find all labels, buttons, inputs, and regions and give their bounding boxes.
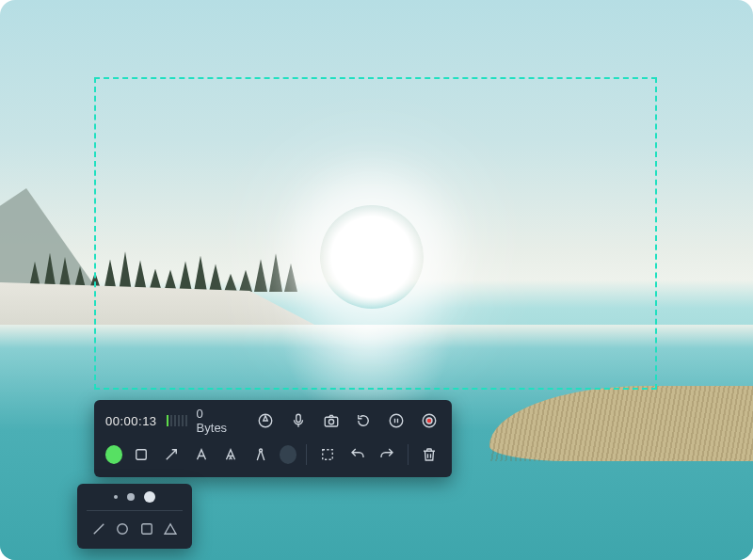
record-button[interactable] bbox=[417, 408, 441, 433]
svg-rect-1 bbox=[296, 414, 301, 422]
recording-toolbar: 00:00:13 0 Bytes bbox=[94, 400, 452, 477]
microphone-button[interactable] bbox=[287, 408, 311, 433]
svg-point-4 bbox=[390, 414, 403, 427]
text-tool[interactable] bbox=[190, 442, 213, 467]
stroke-size-option[interactable] bbox=[144, 491, 155, 503]
compass-tool[interactable] bbox=[249, 442, 272, 467]
snapshot-button[interactable] bbox=[319, 408, 343, 433]
redo-button[interactable] bbox=[376, 442, 399, 467]
audio-level-meter bbox=[167, 415, 187, 426]
svg-point-8 bbox=[426, 418, 432, 424]
screen-recorder-scene: 00:00:13 0 Bytes bbox=[0, 0, 753, 560]
svg-point-12 bbox=[118, 524, 128, 535]
toolbar-divider bbox=[408, 444, 409, 465]
stroke-size-option[interactable] bbox=[127, 493, 135, 501]
rectangle-tool[interactable] bbox=[130, 442, 152, 467]
svg-rect-2 bbox=[325, 417, 338, 426]
file-size-label: 0 Bytes bbox=[197, 407, 235, 435]
capture-region[interactable] bbox=[94, 77, 657, 390]
secondary-color-swatch[interactable] bbox=[280, 445, 296, 464]
square-shape[interactable] bbox=[136, 519, 157, 539]
trash-button[interactable] bbox=[418, 442, 441, 467]
stroke-size-option[interactable] bbox=[114, 495, 118, 499]
shape-picker bbox=[87, 511, 183, 539]
svg-point-3 bbox=[328, 420, 333, 424]
marquee-tool[interactable] bbox=[316, 442, 339, 467]
restart-button[interactable] bbox=[352, 408, 376, 433]
toolbar-divider bbox=[306, 444, 307, 465]
svg-point-10 bbox=[260, 449, 263, 452]
cursor-highlight-button[interactable] bbox=[254, 408, 278, 433]
arrow-tool[interactable] bbox=[160, 442, 183, 467]
highlighter-tool[interactable] bbox=[219, 442, 242, 467]
stroke-size-picker bbox=[87, 491, 183, 511]
circle-shape[interactable] bbox=[112, 519, 133, 539]
svg-rect-13 bbox=[142, 524, 152, 535]
pause-button[interactable] bbox=[385, 408, 409, 433]
svg-rect-9 bbox=[136, 450, 147, 460]
toolbar-status-row: 00:00:13 0 Bytes bbox=[105, 408, 441, 434]
shape-options-popup bbox=[77, 484, 192, 549]
line-shape[interactable] bbox=[88, 519, 109, 539]
svg-rect-11 bbox=[323, 450, 333, 460]
triangle-shape[interactable] bbox=[160, 519, 181, 539]
toolbar-annotation-row bbox=[105, 440, 441, 470]
undo-button[interactable] bbox=[346, 442, 369, 467]
recording-timer: 00:00:13 bbox=[105, 414, 157, 428]
color-swatch[interactable] bbox=[105, 445, 122, 464]
